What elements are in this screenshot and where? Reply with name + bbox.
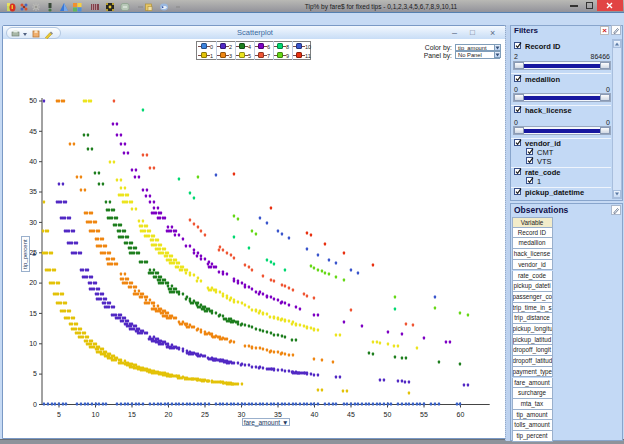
svg-text:5: 5 [57, 411, 61, 418]
svg-text:20: 20 [165, 411, 173, 418]
svg-text:30: 30 [29, 219, 37, 226]
svg-text:20: 20 [29, 279, 37, 286]
svg-text:40: 40 [311, 411, 319, 418]
svg-text:35: 35 [274, 411, 282, 418]
svg-text:50: 50 [29, 97, 37, 104]
svg-text:45: 45 [29, 128, 37, 135]
svg-text:55: 55 [420, 411, 428, 418]
svg-text:60: 60 [457, 411, 465, 418]
svg-text:0: 0 [33, 401, 37, 408]
svg-text:40: 40 [29, 158, 37, 165]
svg-text:45: 45 [347, 411, 355, 418]
svg-text:15: 15 [29, 310, 37, 317]
svg-text:25: 25 [201, 411, 209, 418]
svg-text:50: 50 [384, 411, 392, 418]
svg-text:10: 10 [92, 411, 100, 418]
svg-text:15: 15 [128, 411, 136, 418]
svg-text:30: 30 [238, 411, 246, 418]
svg-text:35: 35 [29, 188, 37, 195]
svg-text:10: 10 [29, 340, 37, 347]
svg-text:5: 5 [33, 370, 37, 377]
